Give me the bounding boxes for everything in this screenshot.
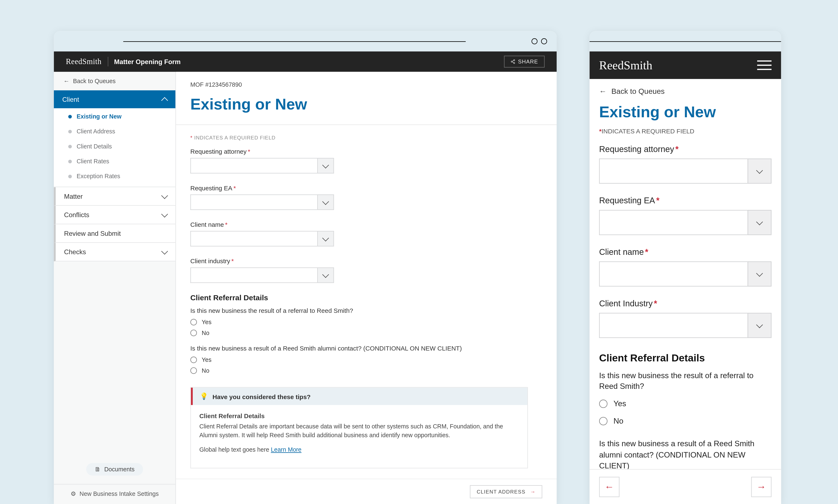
tips-text: Client Referral Details are important be… [199,422,519,440]
next-button[interactable]: → [751,477,772,497]
share-icon [511,59,516,64]
nav-section-client[interactable]: Client [54,90,175,108]
asterisk-icon: * [656,196,660,205]
chevron-down-icon [322,234,329,241]
select-input[interactable] [599,210,748,235]
nav-sub-client-details[interactable]: Client Details [54,138,175,153]
select-toggle[interactable] [317,158,334,173]
radio-referral-yes[interactable]: Yes [590,399,781,417]
radio-alumni-no[interactable]: No [190,367,542,374]
nav-sub-label: Client Details [77,143,112,149]
nav-sub-client-rates[interactable]: Client Rates [54,153,175,168]
back-to-queues-link[interactable]: ← Back to Queues [590,79,781,102]
window-control-2[interactable] [541,38,547,44]
radio-referral-yes[interactable]: Yes [190,319,542,325]
field-requesting-ea: Requesting EA* [190,184,542,210]
client-industry-select[interactable] [599,313,772,338]
menu-button[interactable] [757,60,772,70]
next-button[interactable]: CLIENT ADDRESS → [470,485,542,498]
nav-section-review[interactable]: Review and Submit [54,224,175,243]
svg-point-1 [511,61,513,62]
radio-referral-no[interactable]: No [590,417,781,434]
ea-select[interactable] [599,210,772,235]
chevron-down-icon [161,192,168,199]
required-note-text: INDICATES A REQUIRED FIELD [602,127,695,134]
client-name-select[interactable] [190,231,334,247]
select-input[interactable] [190,267,317,283]
app-body: ← Back to Queues Client Existing or New … [54,72,557,504]
nav-sub-exception-rates[interactable]: Exception Rates [54,168,175,183]
window-control-1[interactable] [531,38,538,44]
nav-sub-client-address[interactable]: Client Address [54,123,175,138]
prev-button[interactable]: ← [599,477,619,497]
nav-section-conflicts[interactable]: Conflicts [54,206,175,224]
field-client-industry: Client industry* [190,257,542,283]
nav-sub-existing-or-new[interactable]: Existing or New [54,108,175,123]
select-toggle[interactable] [748,159,771,184]
share-label: SHARE [518,59,538,65]
select-toggle[interactable] [317,195,334,210]
question-alumni: Is this new business a result of a Reed … [190,345,542,352]
select-toggle[interactable] [748,210,771,235]
settings-link[interactable]: ⚙ New Business Intake Settings [54,484,175,497]
select-toggle[interactable] [317,231,334,247]
radio-referral-no[interactable]: No [190,329,542,336]
attorney-select[interactable] [190,158,334,173]
nav-sub-label: Existing or New [77,113,122,120]
documents-button[interactable]: 🗎 Documents [86,463,143,475]
share-button[interactable]: SHARE [504,56,545,68]
mobile-header: ReedSmith [590,52,781,79]
next-label: CLIENT ADDRESS [477,489,525,495]
select-toggle[interactable] [748,313,771,338]
app-title: Matter Opening Form [114,58,180,65]
mobile-body: ← Back to Queues Existing or New *INDICA… [590,79,781,469]
radio-label: No [613,417,623,426]
nav-label: Conflicts [64,211,89,218]
page-title: Existing or New [176,91,557,125]
select-input[interactable] [190,195,317,210]
nav-section-matter[interactable]: Matter [54,187,175,206]
bullet-icon [68,175,72,178]
radio-icon [599,399,608,408]
lightbulb-icon: 💡 [200,392,208,400]
radio-label: No [202,329,209,336]
mobile-footer: ← → [590,469,781,504]
chrome-line [590,41,781,42]
attorney-select[interactable] [599,159,772,184]
client-industry-select[interactable] [190,267,334,283]
field-label: Client name* [190,221,542,228]
select-input[interactable] [190,231,317,247]
tips-header: 💡 Have you considered these tips? [191,388,527,405]
chevron-down-icon [161,248,168,254]
back-to-queues-link[interactable]: ← Back to Queues [54,72,175,90]
radio-alumni-yes[interactable]: Yes [190,357,542,363]
window-controls [531,38,547,44]
asterisk-icon: * [599,127,602,134]
sidebar: ← Back to Queues Client Existing or New … [54,72,176,504]
chevron-down-icon [322,271,329,278]
learn-more-link[interactable]: Learn More [271,446,301,453]
nav-label: Client [62,96,79,103]
select-input[interactable] [190,158,317,173]
ea-select[interactable] [190,195,334,210]
mobile-window: ReedSmith ← Back to Queues Existing or N… [590,31,781,504]
select-input[interactable] [599,313,748,338]
select-input[interactable] [599,159,748,184]
nav-label: Review and Submit [64,230,121,237]
arrow-left-icon: ← [599,87,607,96]
bullet-icon [68,159,72,163]
radio-icon [190,329,197,336]
select-toggle[interactable] [748,262,771,287]
nav-section-checks[interactable]: Checks [54,243,175,262]
radio-icon [190,367,197,374]
page-title: Existing or New [590,102,781,126]
app-header: ReedSmith Matter Opening Form SHARE [54,52,557,72]
field-label: Client name* [599,247,772,257]
select-toggle[interactable] [317,267,334,283]
chevron-down-icon [756,270,763,276]
asterisk-icon: * [645,247,648,257]
required-note: * INDICATES A REQUIRED FIELD [190,134,542,141]
client-name-select[interactable] [599,262,772,287]
field-requesting-ea: Requesting EA* [590,196,781,247]
select-input[interactable] [599,262,748,287]
